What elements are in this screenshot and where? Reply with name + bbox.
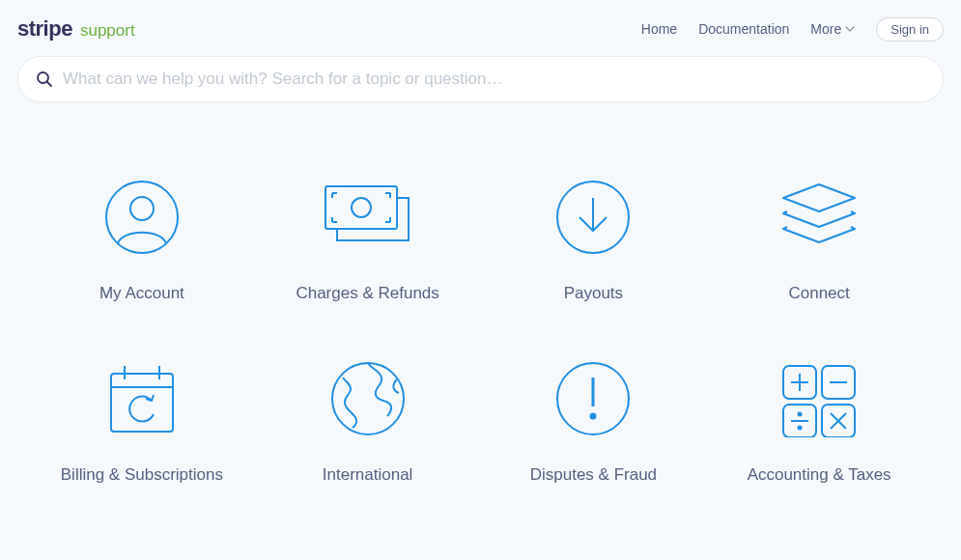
category-label: Connect [788,284,849,303]
svg-point-15 [591,414,596,419]
search-bar[interactable] [17,56,944,102]
category-label: International [323,465,413,485]
globe-icon [329,361,407,436]
nav: Home Documentation More Sign in [641,17,944,42]
user-circle-icon [103,180,181,255]
svg-rect-8 [111,374,173,432]
svg-point-12 [332,363,404,434]
svg-point-3 [130,197,154,220]
nav-more-label: More [810,21,841,37]
category-payouts[interactable]: Payouts [481,180,707,303]
chevron-down-icon [845,26,855,32]
svg-point-5 [352,198,371,217]
category-label: Charges & Refunds [296,284,438,303]
search-icon [36,70,53,88]
search-input[interactable] [63,70,925,89]
svg-point-0 [38,72,48,83]
header: stripe support Home Documentation More S… [0,0,961,46]
logo-stripe: stripe [17,16,72,42]
download-circle-icon [554,180,632,255]
nav-documentation[interactable]: Documentation [698,21,789,37]
calendar-sync-icon [103,361,181,436]
category-international[interactable]: International [255,361,481,485]
category-label: Accounting & Taxes [748,465,891,485]
svg-line-1 [47,82,51,86]
layers-icon [776,180,862,255]
category-grid: My Account Charges & Refunds Payouts [0,102,961,485]
svg-point-2 [106,182,178,253]
calculator-icon [777,361,861,436]
category-accounting-taxes[interactable]: Accounting & Taxes [706,361,932,485]
category-billing-subscriptions[interactable]: Billing & Subscriptions [29,361,255,485]
cash-icon [320,180,416,255]
search-wrap [0,46,961,102]
alert-circle-icon [554,361,632,436]
category-label: Disputes & Fraud [530,465,657,485]
category-charges-refunds[interactable]: Charges & Refunds [255,180,481,303]
category-connect[interactable]: Connect [706,180,932,303]
category-label: My Account [99,284,184,303]
svg-point-23 [799,413,802,416]
nav-more[interactable]: More [810,21,855,37]
nav-home[interactable]: Home [641,21,677,37]
category-my-account[interactable]: My Account [29,180,255,303]
logo[interactable]: stripe support [17,16,135,42]
svg-point-24 [799,427,802,430]
category-disputes-fraud[interactable]: Disputes & Fraud [481,361,707,485]
logo-support: support [80,21,135,41]
category-label: Payouts [564,284,623,303]
category-label: Billing & Subscriptions [61,465,223,485]
sign-in-button[interactable]: Sign in [876,17,944,42]
